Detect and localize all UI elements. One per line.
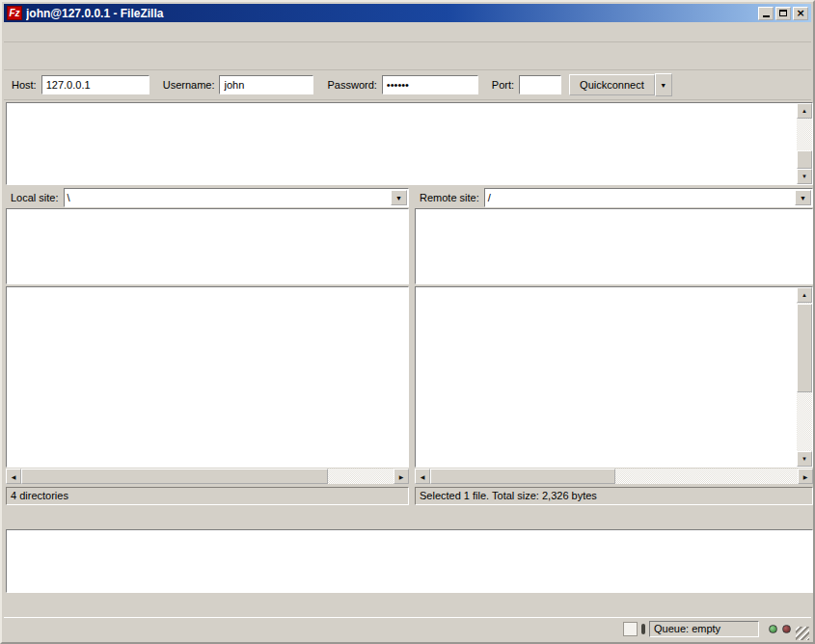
scroll-thumb[interactable] [21, 469, 328, 484]
queue-status-text: Queue: empty [649, 621, 759, 637]
scroll-thumb[interactable] [797, 304, 812, 392]
local-site-value: \ [65, 192, 390, 203]
scroll-right-button[interactable]: ▶ [798, 469, 813, 484]
filezilla-window: Fz john@127.0.0.1 - FileZilla × Host: Us… [0, 0, 815, 644]
quickconnect-bar: Host: Username: Password: Port: Quickcon… [4, 70, 811, 100]
minimize-icon [763, 15, 770, 17]
log-vertical-scrollbar[interactable]: ▲ ▼ [797, 103, 812, 184]
remote-site-label: Remote site: [415, 192, 484, 203]
chevron-down-icon: ▼ [660, 82, 666, 89]
scroll-up-button[interactable]: ▲ [797, 103, 812, 119]
filezilla-logo-icon: Fz [7, 6, 22, 20]
local-site-dropdown-button[interactable]: ▼ [391, 190, 407, 205]
scroll-right-button[interactable]: ▶ [394, 469, 409, 484]
local-status-text: 4 directories [6, 487, 409, 505]
close-button[interactable]: × [793, 7, 808, 20]
close-icon: × [796, 9, 804, 18]
remote-site-row: Remote site: / ▼ [415, 188, 813, 207]
speed-limit-icon[interactable] [641, 624, 645, 634]
host-input[interactable] [41, 75, 149, 94]
local-horizontal-scrollbar[interactable]: ◀ ▶ [6, 469, 409, 484]
transfer-queue-list[interactable] [6, 529, 813, 593]
triangle-down-icon: ▼ [801, 174, 807, 179]
port-label: Port: [492, 79, 514, 91]
local-site-combo[interactable]: \ ▼ [64, 188, 409, 207]
triangle-down-icon: ▼ [801, 456, 807, 462]
status-bar: Queue: empty [4, 617, 811, 640]
scroll-left-button[interactable]: ◀ [6, 469, 21, 484]
username-input[interactable] [219, 75, 313, 94]
scroll-thumb[interactable] [797, 150, 812, 169]
local-directory-tree [6, 208, 409, 284]
username-label: Username: [163, 79, 215, 91]
remote-horizontal-scrollbar[interactable]: ◀ ▶ [415, 469, 813, 484]
titlebar[interactable]: Fz john@127.0.0.1 - FileZilla × [4, 4, 811, 22]
activity-led-green-icon [769, 625, 777, 633]
toolbar [4, 42, 811, 70]
triangle-left-icon: ◀ [12, 473, 16, 480]
local-file-list [6, 286, 409, 468]
remote-site-dropdown-button[interactable]: ▼ [795, 190, 811, 205]
scroll-thumb[interactable] [430, 469, 615, 484]
message-log: ▲ ▼ [6, 102, 813, 185]
maximize-button[interactable] [775, 7, 791, 20]
scroll-down-button[interactable]: ▼ [797, 169, 812, 184]
remote-directory-tree [415, 208, 813, 284]
password-label: Password: [327, 79, 376, 91]
remote-status-text: Selected 1 file. Total size: 2,326 bytes [415, 487, 813, 505]
remote-site-combo[interactable]: / ▼ [484, 188, 813, 207]
triangle-up-icon: ▲ [801, 292, 807, 298]
triangle-right-icon: ▶ [803, 473, 808, 480]
local-site-label: Local site: [6, 192, 64, 203]
password-input[interactable] [382, 75, 478, 94]
activity-led-red-icon [782, 625, 791, 633]
host-label: Host: [12, 79, 37, 91]
transfer-type-icon[interactable] [623, 622, 638, 636]
triangle-left-icon: ◀ [421, 473, 425, 480]
transfer-queue-header [6, 512, 813, 529]
resize-grip[interactable] [796, 627, 809, 640]
maximize-icon [779, 10, 787, 16]
chevron-down-icon: ▼ [800, 195, 806, 201]
scroll-left-button[interactable]: ◀ [415, 469, 430, 484]
triangle-up-icon: ▲ [801, 108, 807, 114]
minimize-button[interactable] [758, 7, 774, 20]
remote-site-value: / [485, 192, 794, 203]
menu-bar [4, 22, 811, 42]
quickconnect-button[interactable]: Quickconnect [569, 74, 655, 95]
window-title: john@127.0.0.1 - FileZilla [26, 7, 756, 20]
quickconnect-dropdown-button[interactable]: ▼ [655, 73, 672, 96]
scroll-down-button[interactable]: ▼ [797, 451, 812, 467]
scroll-up-button[interactable]: ▲ [797, 287, 812, 303]
remote-file-list: ▲ ▼ [415, 286, 813, 468]
triangle-right-icon: ▶ [399, 473, 404, 480]
port-input[interactable] [519, 75, 561, 94]
remote-vertical-scrollbar[interactable]: ▲ ▼ [797, 287, 812, 467]
chevron-down-icon: ▼ [395, 195, 402, 201]
local-site-row: Local site: \ ▼ [6, 188, 409, 207]
